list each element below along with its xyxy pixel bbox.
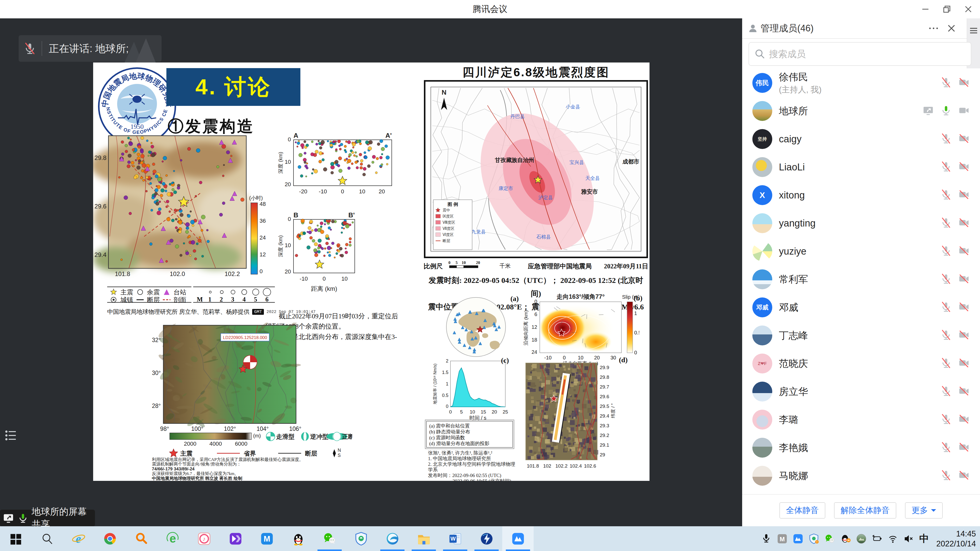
close-panel-icon[interactable]	[946, 23, 956, 33]
tray-battery-icon[interactable]	[872, 534, 883, 544]
member-row[interactable]: Xxitong	[742, 181, 980, 209]
minimize-button[interactable]	[915, 0, 936, 18]
hours-colorbar: (小时)483624120	[249, 195, 274, 281]
taskbar-music-icon[interactable]: ♪	[188, 526, 220, 551]
taskbar-clock[interactable]: 14:45 2022/10/14	[936, 526, 977, 551]
taskbar-xmind-icon[interactable]	[220, 526, 251, 551]
svg-text:29.6: 29.6	[600, 394, 609, 399]
member-mic-muted-icon[interactable]	[940, 133, 952, 145]
member-mic-muted-icon[interactable]	[940, 301, 952, 314]
more-options-icon[interactable]	[928, 23, 939, 34]
map-legend-row: 主震省界断层NS	[158, 448, 352, 458]
taskbar-chrome-icon[interactable]	[94, 526, 126, 551]
taskbar-ie-icon[interactable]: e	[63, 526, 94, 551]
member-row[interactable]: 常利军	[742, 265, 980, 293]
svg-text:N: N	[442, 89, 447, 96]
member-row[interactable]: 坚持caigy	[742, 125, 980, 153]
member-mic-muted-icon[interactable]	[940, 161, 952, 173]
member-row[interactable]: 李璐	[742, 406, 980, 433]
tray-meeting-icon[interactable]	[793, 534, 803, 544]
member-mic-muted-icon[interactable]	[940, 385, 952, 398]
svg-text:B': B'	[348, 211, 355, 219]
member-mic-muted-icon[interactable]	[940, 245, 952, 258]
member-row[interactable]: 李艳娥	[742, 433, 980, 462]
avatar	[752, 466, 772, 486]
member-mic-muted-icon[interactable]	[940, 329, 952, 342]
taskbar-qq-icon[interactable]	[283, 526, 314, 551]
tray-shield-icon[interactable]: !	[808, 534, 819, 544]
svg-text:主震: 主震	[180, 450, 192, 457]
taskbar-sogou-icon[interactable]	[126, 526, 157, 551]
search-input[interactable]	[749, 42, 971, 66]
member-camera-muted-icon[interactable]	[958, 385, 970, 398]
open-app-indicator	[474, 549, 499, 551]
mute-all-button[interactable]: 全体静音	[780, 502, 825, 519]
member-sharing-icon[interactable]	[922, 105, 934, 118]
member-camera-muted-icon[interactable]	[958, 329, 970, 342]
more-button[interactable]: 更多	[905, 502, 943, 519]
member-row[interactable]: LiaoLi	[742, 153, 980, 181]
svg-text:(m): (m)	[253, 433, 261, 438]
taskbar-word-icon[interactable]: W	[439, 526, 471, 551]
member-mic-on-icon[interactable]	[940, 105, 952, 118]
member-row[interactable]: 房立华	[742, 378, 980, 406]
tray-mic-icon[interactable]	[761, 534, 772, 544]
member-camera-muted-icon[interactable]	[958, 245, 970, 258]
taskbar-edge-icon[interactable]	[377, 526, 408, 551]
tray-wifi-icon[interactable]	[888, 534, 898, 544]
taskbar-search-icon[interactable]	[32, 526, 63, 551]
restore-button[interactable]	[936, 0, 958, 18]
taskbar-shield-360-icon[interactable]	[345, 526, 377, 551]
member-camera-muted-icon[interactable]	[958, 413, 970, 426]
taskbar-start-icon[interactable]	[0, 526, 32, 551]
member-row[interactable]: 丁志峰	[742, 321, 980, 349]
tray-im-icon[interactable]: M	[777, 534, 788, 544]
member-mic-muted-icon[interactable]	[940, 357, 952, 370]
member-mic-muted-icon[interactable]	[940, 413, 952, 426]
member-camera-muted-icon[interactable]	[958, 301, 970, 314]
member-row[interactable]: 伟民徐伟民(主持人, 我)	[742, 69, 980, 97]
taskbar-explorer-icon[interactable]	[408, 526, 439, 551]
member-camera-on-icon[interactable]	[958, 105, 970, 118]
taskbar-meeting-icon[interactable]	[502, 526, 534, 551]
member-mic-muted-icon[interactable]	[940, 189, 952, 202]
member-row[interactable]: Z❤F范晓庆	[742, 349, 980, 378]
member-camera-muted-icon[interactable]	[958, 161, 970, 173]
member-row[interactable]: 马晓娜	[742, 462, 980, 490]
close-button[interactable]	[958, 0, 979, 18]
member-mic-muted-icon[interactable]	[940, 76, 952, 89]
unmute-all-button[interactable]: 解除全体静音	[834, 502, 896, 519]
member-camera-muted-icon[interactable]	[958, 469, 970, 482]
member-row[interactable]: 邓威邓威	[742, 293, 980, 321]
taskbar-browser-360-icon[interactable]: e	[157, 526, 188, 551]
member-mic-muted-icon[interactable]	[940, 217, 952, 230]
member-camera-muted-icon[interactable]	[958, 189, 970, 202]
tray-mute-icon[interactable]	[904, 534, 914, 544]
member-camera-muted-icon[interactable]	[958, 357, 970, 370]
svg-text:!: !	[816, 540, 817, 543]
member-mic-muted-icon[interactable]	[940, 441, 952, 454]
tray-qq-icon[interactable]	[840, 534, 851, 544]
member-mic-muted-icon[interactable]	[940, 469, 952, 482]
member-row[interactable]: 地球所	[742, 97, 980, 125]
member-row[interactable]: yangting	[742, 209, 980, 237]
member-camera-muted-icon[interactable]	[958, 133, 970, 145]
member-camera-muted-icon[interactable]	[958, 441, 970, 454]
svg-text:逆冲型: 逆冲型	[310, 433, 328, 440]
member-row[interactable]: yuziye	[742, 237, 980, 265]
member-camera-muted-icon[interactable]	[958, 217, 970, 230]
tray-photo-icon[interactable]	[856, 534, 867, 544]
svg-text:2: 2	[446, 359, 449, 364]
list-toggle-icon[interactable]	[5, 430, 16, 441]
tray-wechat-icon[interactable]	[824, 534, 835, 544]
member-camera-muted-icon[interactable]	[958, 76, 970, 89]
taskbar-m-app-icon[interactable]: M	[251, 526, 283, 551]
member-mic-muted-icon[interactable]	[940, 273, 952, 286]
taskbar-wechat-icon[interactable]	[314, 526, 345, 551]
svg-text:4000: 4000	[210, 441, 222, 447]
member-camera-muted-icon[interactable]	[958, 273, 970, 286]
tray-ime-indicator[interactable]: 中	[919, 532, 929, 545]
svg-text:10: 10	[462, 261, 466, 265]
taskbar-lightning-icon[interactable]	[471, 526, 502, 551]
svg-text:图 例: 图 例	[447, 202, 458, 207]
